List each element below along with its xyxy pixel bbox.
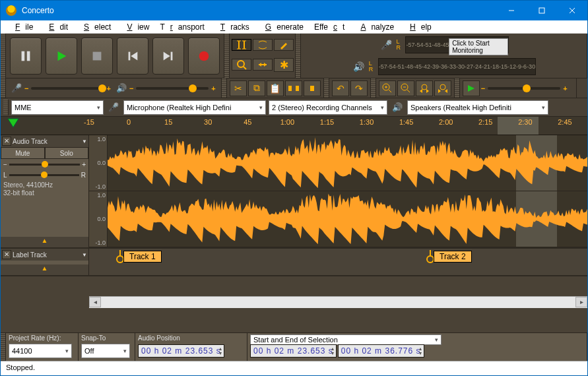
track-collapse-button[interactable]: ▲ [1,237,88,247]
close-button[interactable] [557,1,587,20]
skip-start-button[interactable] [117,38,148,75]
label-text[interactable]: Track 1 [123,251,162,263]
selection-tool[interactable] [232,39,251,51]
recording-channels-select[interactable]: 2 (Stereo) Recording Channels▾ [269,100,387,115]
paste-button[interactable]: 📋 [267,80,284,96]
track-gain-slider[interactable]: −+ [1,159,88,170]
timeshift-tool[interactable] [253,59,273,71]
selection-start-field[interactable]: 00 h 02 m 23.653 s▴▾ [250,344,337,358]
playhead-icon[interactable] [7,118,19,131]
track-menu-button[interactable]: ▼ [82,252,87,258]
menu-analyze[interactable]: Analyze [350,21,399,33]
svg-line-20 [244,67,246,69]
skip-end-button[interactable] [152,38,184,75]
track-collapse-button[interactable]: ▲ [1,265,88,275]
stop-button[interactable] [81,38,113,75]
pause-button[interactable] [10,38,42,75]
fit-project-button[interactable] [434,80,451,96]
play-at-speed-button[interactable] [463,80,480,96]
svg-rect-4 [22,51,25,61]
zoom-out-button[interactable] [397,80,414,96]
selection-end-field[interactable]: 00 h 02 m 36.776 s▴▾ [338,344,424,358]
trim-button[interactable] [285,80,302,96]
solo-button[interactable]: Solo [45,147,89,159]
toolbar-grip[interactable] [324,78,329,98]
track-control-panel[interactable]: ✕ Audio Track ▼ Mute Solo −+ LR Stereo, … [1,135,89,247]
fit-selection-button[interactable] [416,80,433,96]
toolbar-grip[interactable] [222,78,227,98]
horizontal-scrollbar[interactable]: ◂ ▸ [89,296,587,308]
copy-button[interactable]: ⧉ [248,80,265,96]
zoom-tool[interactable] [232,59,251,71]
toolbar-grip[interactable] [224,34,230,78]
audio-host-select[interactable]: MME▾ [11,100,104,115]
project-rate-select[interactable]: 44100▾ [9,344,72,358]
menu-effect[interactable]: Effect [309,21,350,33]
toolbar-grip[interactable] [1,333,6,361]
envelope-tool[interactable] [253,39,273,51]
label-text[interactable]: Track 2 [434,251,472,263]
minimize-button[interactable] [496,1,527,20]
menu-edit[interactable]: Edit [38,21,73,33]
toolbar-grip[interactable] [1,78,6,98]
playback-volume-slider[interactable]: 🔊− + [116,83,216,93]
playback-meter[interactable]: -57-54-51-48-45-42-39-36-33-30-27-24-21-… [378,58,536,75]
menu-generate[interactable]: Generate [255,21,309,33]
zoom-in-button[interactable] [379,80,396,96]
playback-device-select[interactable]: Speakers (Realtek High Definiti▾ [407,100,548,115]
track-pan-slider[interactable]: LR [1,170,88,180]
toolbar-grip[interactable] [296,34,301,78]
menu-file[interactable]: File [5,21,38,33]
multi-tool[interactable]: ✱ [274,58,294,72]
track-menu-button[interactable]: ▼ [82,139,87,144]
record-button[interactable] [188,38,220,75]
redo-button[interactable]: ↷ [350,80,368,96]
svg-rect-25 [296,86,299,91]
record-volume-slider[interactable]: 🎤− + [11,83,111,93]
play-button[interactable] [46,38,77,75]
toolbar-grip[interactable] [1,34,6,78]
track-name[interactable]: Audio Track [13,138,81,145]
speaker-icon[interactable]: 🔊 [352,61,366,72]
track-close-button[interactable]: ✕ [2,250,11,259]
meter-start-prompt[interactable]: Click to Start Monitoring [449,38,507,55]
svg-marker-10 [164,51,170,60]
audio-position-field[interactable]: 00 h 02 m 23.653 s▴▾ [138,344,224,358]
snap-to-select[interactable]: Off▾ [81,344,130,358]
draw-tool[interactable] [274,39,294,51]
cut-button[interactable]: ✂ [230,80,247,96]
menubar: File Edit Select View Transport Tracks G… [1,20,587,34]
svg-marker-35 [420,89,422,93]
menu-help[interactable]: Help [399,21,437,33]
menu-select[interactable]: Select [73,21,116,33]
waveform-left[interactable] [108,135,587,191]
menu-tracks[interactable]: Tracks [210,21,255,33]
waveform-right[interactable] [108,191,587,247]
window-titlebar: Concerto [1,1,587,20]
svg-marker-23 [264,63,267,67]
label-marker[interactable]: Track 1 [115,250,162,263]
label-marker[interactable]: Track 2 [426,250,472,263]
track-control-panel[interactable]: ✕ Label Track ▼ ▲ [1,249,89,275]
undo-button[interactable]: ↶ [332,80,349,96]
timeline-ruler[interactable]: -1501530451:001:151:301:452:002:152:302:… [1,117,587,135]
track-close-button[interactable]: ✕ [2,137,11,146]
toolbar-grip[interactable] [455,78,460,98]
maximize-button[interactable] [527,1,557,20]
svg-point-34 [422,84,427,90]
recording-device-select[interactable]: Microphone (Realtek High Defini▾ [123,100,266,115]
track-name[interactable]: Label Track [13,251,81,259]
svg-marker-40 [468,85,474,92]
scroll-left-button[interactable]: ◂ [89,297,101,307]
mute-button[interactable]: Mute [1,147,45,159]
record-meter[interactable]: -57-54-51-48-45-42-3 Click to Start Moni… [405,36,508,53]
playback-speed-slider[interactable]: −+ [481,84,573,92]
menu-view[interactable]: View [116,21,154,33]
toolbar-grip[interactable] [3,100,9,115]
scroll-right-button[interactable]: ▸ [575,297,587,307]
silence-button[interactable] [304,80,321,96]
mic-icon[interactable]: 🎤 [379,40,393,50]
menu-transport[interactable]: Transport [154,21,209,33]
label-strip[interactable]: Track 1 Track 2 [89,249,587,275]
toolbar-grip[interactable] [371,78,376,98]
